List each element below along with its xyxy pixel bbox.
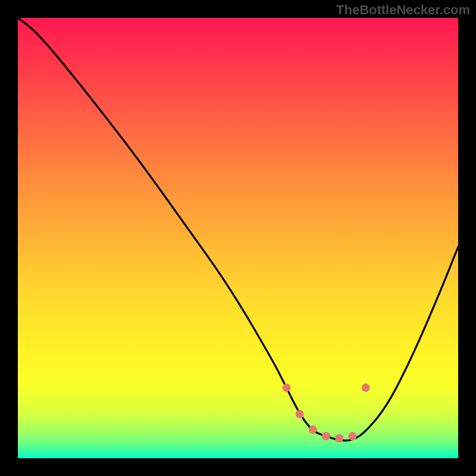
watermark-label: TheBottleNecker.com	[336, 2, 470, 18]
rec-3-marker	[309, 425, 317, 434]
bottleneck-curve-svg	[18, 18, 458, 458]
recommended-range-markers	[282, 384, 369, 443]
rec-5-marker	[335, 434, 343, 443]
plot-area	[18, 18, 458, 458]
rec-4-marker	[322, 432, 330, 440]
recommended-right-marker	[362, 384, 370, 392]
rec-2-marker	[296, 410, 304, 418]
bottleneck-curve-path	[18, 18, 458, 440]
rec-6-marker	[348, 432, 356, 440]
chart-container: TheBottleNecker.com	[0, 0, 476, 476]
recommended-left-marker	[282, 384, 290, 392]
